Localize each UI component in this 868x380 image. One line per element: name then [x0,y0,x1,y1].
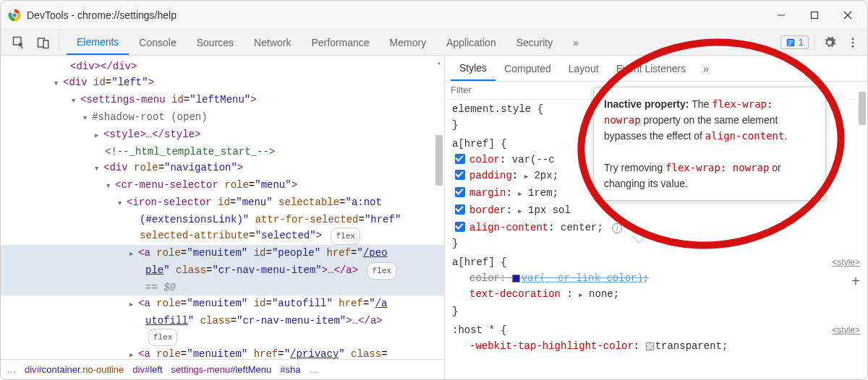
rule-origin[interactable]: <style> [832,322,860,338]
checkbox-icon[interactable] [455,204,465,215]
flex-badge[interactable]: flex [331,228,359,245]
tab-event-listeners[interactable]: Event Listeners [608,56,695,81]
rule-origin[interactable]: <style> [832,254,860,270]
dom-node[interactable]: <a role="menuitem" href="/privacy" class… [1,346,444,359]
titlebar: DevTools - chrome://settings/help [1,1,867,30]
tab-memory[interactable]: Memory [380,30,437,55]
elements-panel: ⋯ <div></div> <div id="left"> <settings-… [1,56,445,379]
crumb-more[interactable]: … [310,364,319,375]
tab-layout[interactable]: Layout [560,56,608,81]
dom-node-cont: utofill" class="cr-nav-menu-item">…</a> [1,313,444,329]
maximize-button[interactable] [798,1,831,30]
svg-rect-9 [43,40,48,48]
dom-node[interactable]: <style>…</style> [1,126,444,144]
panel-tabs: Elements Console Sources Network Perform… [67,30,589,55]
tab-performance[interactable]: Performance [301,30,379,55]
tab-overflow[interactable]: » [563,30,589,55]
inactive-property-tooltip: Inactive property: The flex-wrap: nowrap… [593,87,826,201]
dom-node[interactable]: <iron-selector id="menu" selectable="a:n… [1,194,444,212]
crumb[interactable]: div#left [132,364,162,375]
dom-node[interactable]: <div id="left"> [1,74,444,92]
css-declaration[interactable]: color: var(--cr-link-color); [452,270,860,286]
flex-badge[interactable]: flex [148,329,177,346]
svg-rect-4 [812,12,818,18]
css-declaration[interactable]: text-decoration : ▶ none; [452,286,860,303]
tab-styles[interactable]: Styles [451,56,495,81]
dom-node-cont: flex [1,329,444,346]
css-declaration[interactable]: -webkit-tap-highlight-color: transparent… [452,338,860,354]
flex-badge[interactable]: flex [367,262,396,280]
css-declaration[interactable]: border: ▶ 1px sol [452,202,860,220]
svg-rect-13 [788,44,791,45]
dom-eq0: == $0 [1,280,444,295]
svg-rect-11 [788,40,793,41]
crumb[interactable]: div#container.no-outline [25,364,124,375]
checkbox-icon[interactable] [455,170,465,180]
device-toggle-icon[interactable] [31,30,56,55]
minimize-button[interactable] [765,1,798,30]
crumb-more[interactable]: … [7,364,16,375]
kebab-menu-icon[interactable] [844,36,861,49]
css-declaration[interactable]: align-content: center; i [452,220,860,236]
color-swatch-icon[interactable] [512,275,520,282]
dom-node-cont: ple" class="cr-nav-menu-item">…</a> flex [1,262,444,280]
dom-node[interactable]: <!--_html_template_start_--> [1,144,444,160]
breadcrumb[interactable]: … div#container.no-outline div#left sett… [1,359,444,379]
checkbox-icon[interactable] [455,222,465,232]
dom-node-cont: (#extensionsLink)" attr-for-selected="hr… [1,212,444,228]
style-rule[interactable]: <style> :host * { -webkit-tap-highlight-… [445,321,867,355]
checkbox-icon[interactable] [455,154,465,164]
tab-console[interactable]: Console [129,30,186,55]
close-button[interactable] [831,1,864,30]
dom-node[interactable]: <div role="navigation"> [1,160,444,177]
dom-node[interactable]: <a role="menuitem" id="autofill" href="/… [1,295,444,313]
svg-point-16 [852,45,854,47]
tab-application[interactable]: Application [436,30,506,55]
svg-point-14 [852,38,854,40]
dom-node-cont: selected-attribute="selected"> flex [1,228,444,245]
styles-tabs: Styles Computed Layout Event Listeners » [445,56,867,82]
chrome-icon [8,9,21,22]
tab-overflow[interactable]: » [694,56,718,81]
issues-count: 1 [799,37,804,48]
tab-network[interactable]: Network [244,30,301,55]
main-toolbar: Elements Console Sources Network Perform… [1,30,867,56]
crumb[interactable]: settings-menu#leftMenu [171,364,272,375]
style-rule[interactable]: <style> a[href] { color: var(--cr-link-c… [445,253,867,321]
dom-node[interactable]: <div></div> [1,59,444,74]
elements-scrollbar[interactable]: ▴ [434,56,444,359]
scrollbar-thumb[interactable] [435,135,443,186]
tab-computed[interactable]: Computed [495,56,560,81]
dom-node-selected[interactable]: <a role="menuitem" id="people" href="/pe… [1,245,444,262]
styles-filter-input[interactable] [451,85,566,95]
styles-scrollbar[interactable] [857,82,867,379]
dom-node[interactable]: <settings-menu id="leftMenu"> [1,92,444,109]
dom-tree[interactable]: <div></div> <div id="left"> <settings-me… [1,56,444,359]
issues-badge[interactable]: 1 [780,35,809,49]
tab-elements[interactable]: Elements [67,30,129,55]
info-icon[interactable]: i [612,223,622,233]
tooltip-label: Inactive property: [604,98,689,110]
svg-point-15 [852,41,854,43]
window-title: DevTools - chrome://settings/help [27,9,176,21]
dom-node[interactable]: #shadow-root (open) [1,109,444,126]
scrollbar-thumb[interactable] [859,92,866,125]
svg-point-2 [12,12,17,17]
color-swatch-icon[interactable] [646,342,654,350]
inspect-icon[interactable] [7,30,31,55]
tab-security[interactable]: Security [506,30,563,55]
scroll-up-icon[interactable]: ▴ [434,56,444,66]
svg-rect-12 [788,43,793,43]
checkbox-icon[interactable] [455,187,465,197]
settings-gear-icon[interactable] [821,36,838,49]
tab-sources[interactable]: Sources [187,30,244,55]
crumb[interactable]: #sha [280,364,300,375]
dom-node[interactable]: <cr-menu-selector role="menu"> [1,177,444,194]
